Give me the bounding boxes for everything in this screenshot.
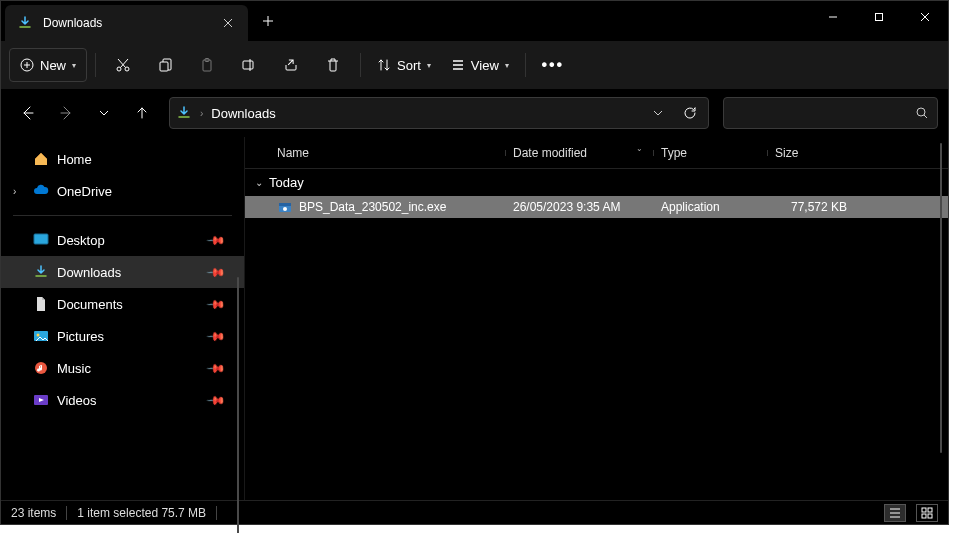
- more-button[interactable]: •••: [534, 48, 572, 82]
- status-bar: 23 items 1 item selected 75.7 MB: [1, 500, 948, 524]
- new-tab-button[interactable]: [248, 1, 288, 41]
- sort-button[interactable]: Sort ▾: [369, 48, 439, 82]
- chevron-down-icon: ▾: [505, 61, 509, 70]
- tab-close-button[interactable]: [220, 15, 236, 31]
- up-button[interactable]: [125, 96, 159, 130]
- file-date: 26/05/2023 9:35 AM: [505, 200, 653, 214]
- view-icon: [451, 58, 465, 72]
- scissors-icon: [115, 57, 131, 73]
- sidebar-item-label: Downloads: [57, 265, 121, 280]
- close-button[interactable]: [902, 1, 948, 33]
- plus-circle-icon: [20, 58, 34, 72]
- chevron-right-icon: ›: [13, 186, 16, 197]
- search-icon: [915, 106, 929, 120]
- chevron-down-icon: [653, 108, 663, 118]
- onedrive-icon: [33, 183, 49, 199]
- new-button[interactable]: New ▾: [9, 48, 87, 82]
- sidebar-item-label: Pictures: [57, 329, 104, 344]
- pin-icon: 📌: [206, 390, 227, 411]
- file-row[interactable]: BPS_Data_230502_inc.exe26/05/2023 9:35 A…: [245, 196, 948, 218]
- group-label: Today: [269, 175, 304, 190]
- sidebar-item-home[interactable]: Home: [1, 143, 244, 175]
- svg-rect-21: [928, 514, 932, 518]
- sidebar-scrollbar[interactable]: [237, 277, 239, 533]
- chevron-down-icon: ⌄: [255, 177, 263, 188]
- group-header[interactable]: ⌄ Today: [245, 169, 948, 196]
- forward-button[interactable]: [49, 96, 83, 130]
- sidebar-item-label: Videos: [57, 393, 97, 408]
- sidebar-item-documents[interactable]: Documents📌: [1, 288, 244, 320]
- file-list-area: Name Date modified⌄ Type Size ⌄ Today BP…: [245, 137, 948, 500]
- view-button[interactable]: View ▾: [443, 48, 517, 82]
- navigation-pane: Home›OneDrive Desktop📌Downloads📌Document…: [1, 137, 245, 500]
- pin-icon: 📌: [206, 294, 227, 315]
- pin-icon: 📌: [206, 230, 227, 251]
- svg-rect-9: [34, 234, 48, 244]
- trash-icon: [325, 57, 341, 73]
- svg-rect-0: [876, 14, 883, 21]
- exe-file-icon: [277, 199, 293, 215]
- sidebar-separator: [13, 215, 232, 216]
- svg-point-8: [917, 108, 925, 116]
- status-divider: [66, 506, 67, 520]
- sidebar-item-downloads[interactable]: Downloads📌: [1, 256, 244, 288]
- title-drag-area[interactable]: [288, 1, 810, 41]
- status-divider: [216, 506, 217, 520]
- chevron-right-icon: ›: [200, 108, 203, 119]
- arrow-up-icon: [134, 105, 150, 121]
- maximize-button[interactable]: [856, 1, 902, 33]
- column-date[interactable]: Date modified⌄: [505, 146, 653, 160]
- column-name[interactable]: Name: [269, 146, 505, 160]
- command-bar: New ▾ Sort ▾ View ▾: [1, 41, 948, 89]
- music-icon: [33, 360, 49, 376]
- tab-title: Downloads: [43, 16, 210, 30]
- search-box[interactable]: [723, 97, 938, 129]
- column-type[interactable]: Type: [653, 146, 767, 160]
- column-size[interactable]: Size: [767, 146, 855, 160]
- recent-locations-button[interactable]: [87, 96, 121, 130]
- rename-icon: [241, 57, 257, 73]
- cut-button[interactable]: [104, 48, 142, 82]
- new-label: New: [40, 58, 66, 73]
- details-view-icon: [889, 507, 901, 519]
- svg-point-17: [283, 207, 287, 211]
- share-icon: [283, 57, 299, 73]
- status-selection: 1 item selected 75.7 MB: [77, 506, 206, 520]
- copy-button[interactable]: [146, 48, 184, 82]
- delete-button[interactable]: [314, 48, 352, 82]
- chevron-down-icon: ▾: [72, 61, 76, 70]
- sidebar-item-onedrive[interactable]: ›OneDrive: [1, 175, 244, 207]
- pin-icon: 📌: [206, 262, 227, 283]
- svg-point-2: [117, 67, 121, 71]
- navigation-bar: › Downloads: [1, 89, 948, 137]
- sidebar-item-videos[interactable]: Videos📌: [1, 384, 244, 416]
- sidebar-item-label: OneDrive: [57, 184, 112, 199]
- details-view-button[interactable]: [884, 504, 906, 522]
- paste-button[interactable]: [188, 48, 226, 82]
- content-scrollbar[interactable]: [940, 143, 942, 453]
- sort-indicator-icon: ⌄: [636, 144, 643, 153]
- chevron-down-icon: [98, 107, 110, 119]
- window-controls: [810, 1, 948, 41]
- rename-button[interactable]: [230, 48, 268, 82]
- search-input[interactable]: [732, 106, 915, 121]
- back-button[interactable]: [11, 96, 45, 130]
- svg-rect-7: [243, 61, 253, 69]
- title-bar: Downloads: [1, 1, 948, 41]
- sidebar-item-music[interactable]: Music📌: [1, 352, 244, 384]
- window-tab[interactable]: Downloads: [5, 5, 248, 41]
- file-name: BPS_Data_230502_inc.exe: [299, 200, 446, 214]
- toolbar-divider: [95, 53, 96, 77]
- minimize-button[interactable]: [810, 1, 856, 33]
- sidebar-item-label: Desktop: [57, 233, 105, 248]
- address-bar[interactable]: › Downloads: [169, 97, 709, 129]
- sidebar-item-desktop[interactable]: Desktop📌: [1, 224, 244, 256]
- address-history-button[interactable]: [646, 101, 670, 125]
- thumbnails-view-button[interactable]: [916, 504, 938, 522]
- breadcrumb-location[interactable]: Downloads: [211, 106, 275, 121]
- file-size: 77,572 KB: [767, 200, 855, 214]
- refresh-button[interactable]: [678, 101, 702, 125]
- view-label: View: [471, 58, 499, 73]
- sidebar-item-pictures[interactable]: Pictures📌: [1, 320, 244, 352]
- share-button[interactable]: [272, 48, 310, 82]
